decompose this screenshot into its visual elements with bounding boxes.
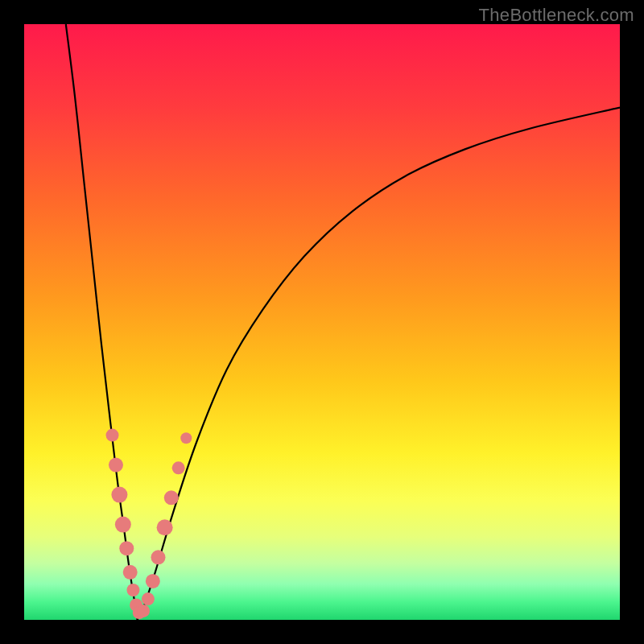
chart-svg	[24, 24, 620, 620]
data-point	[111, 487, 127, 503]
data-point	[115, 517, 131, 533]
data-point	[119, 541, 134, 555]
watermark-text: TheBottleneck.com	[479, 5, 634, 26]
chart-background	[24, 24, 620, 620]
chart-plot-area	[24, 24, 620, 620]
data-point	[151, 550, 166, 564]
data-point	[126, 584, 139, 597]
data-point	[164, 490, 179, 505]
data-point	[142, 592, 155, 605]
data-point	[172, 461, 185, 474]
data-point	[123, 565, 138, 580]
data-point	[106, 429, 119, 442]
data-point	[137, 605, 150, 617]
data-point	[157, 519, 173, 535]
data-point	[180, 432, 192, 444]
data-point	[109, 458, 123, 473]
data-point	[146, 574, 160, 588]
chart-frame: TheBottleneck.com	[0, 0, 644, 644]
